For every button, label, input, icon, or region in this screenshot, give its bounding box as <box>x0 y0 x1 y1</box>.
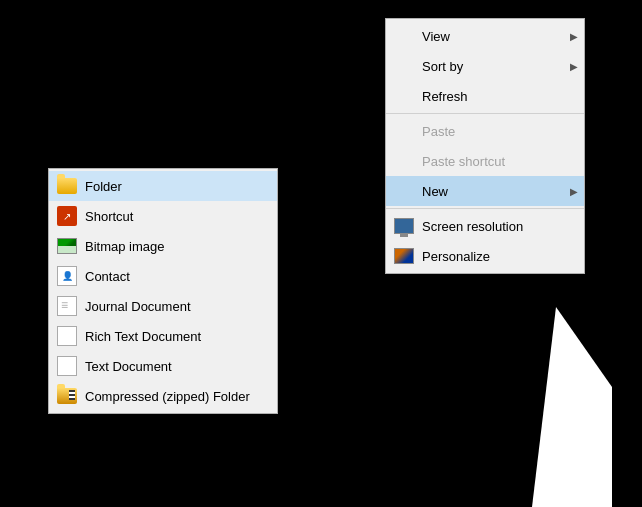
zip-icon-shape <box>57 388 77 404</box>
screen-resolution-icon <box>394 216 414 236</box>
contact-icon-shape: 👤 <box>57 266 77 286</box>
submenu-item-text[interactable]: Text Document <box>49 351 277 381</box>
menu-item-view[interactable]: View ▶ <box>386 21 584 51</box>
menu-item-paste-shortcut[interactable]: Paste shortcut <box>386 146 584 176</box>
personalize-label: Personalize <box>422 249 554 264</box>
folder-icon <box>57 176 77 196</box>
menu-item-personalize[interactable]: Personalize <box>386 241 584 271</box>
view-arrow: ▶ <box>570 31 578 42</box>
submenu-item-folder[interactable]: Folder <box>49 171 277 201</box>
submenu-item-zip[interactable]: Compressed (zipped) Folder <box>49 381 277 411</box>
view-label: View <box>422 29 554 44</box>
contact-label: Contact <box>85 269 247 284</box>
richtext-icon-shape <box>57 326 77 346</box>
paste-icon <box>394 121 414 141</box>
bitmap-icon-shape <box>57 238 77 254</box>
refresh-label: Refresh <box>422 89 554 104</box>
paste-label: Paste <box>422 124 554 139</box>
folder-icon-shape <box>57 178 77 194</box>
journal-icon <box>57 296 77 316</box>
submenu-item-richtext[interactable]: Rich Text Document <box>49 321 277 351</box>
screen-resolution-label: Screen resolution <box>422 219 554 234</box>
contact-icon: 👤 <box>57 266 77 286</box>
shortcut-icon <box>57 206 77 226</box>
shortcut-label: Shortcut <box>85 209 247 224</box>
paste-shortcut-label: Paste shortcut <box>422 154 554 169</box>
separator-1 <box>386 113 584 114</box>
text-doc-label: Text Document <box>85 359 247 374</box>
menu-item-paste[interactable]: Paste <box>386 116 584 146</box>
refresh-icon <box>394 86 414 106</box>
journal-label: Journal Document <box>85 299 247 314</box>
sort-icon <box>394 56 414 76</box>
submenu-item-contact[interactable]: 👤 Contact <box>49 261 277 291</box>
sort-arrow: ▶ <box>570 61 578 72</box>
richtext-icon <box>57 326 77 346</box>
separator-2 <box>386 208 584 209</box>
submenu-item-bitmap[interactable]: Bitmap image <box>49 231 277 261</box>
new-submenu: Folder Shortcut Bitmap image 👤 Contact J… <box>48 168 278 414</box>
journal-icon-shape <box>57 296 77 316</box>
submenu-item-shortcut[interactable]: Shortcut <box>49 201 277 231</box>
sort-label: Sort by <box>422 59 554 74</box>
menu-item-sort-by[interactable]: Sort by ▶ <box>386 51 584 81</box>
personalize-icon-shape <box>394 248 414 264</box>
new-label: New <box>422 184 554 199</box>
bitmap-icon <box>57 236 77 256</box>
zip-icon <box>57 386 77 406</box>
new-icon <box>394 181 414 201</box>
view-icon <box>394 26 414 46</box>
screen-icon-shape <box>394 218 414 234</box>
main-context-menu: View ▶ Sort by ▶ Refresh Paste Paste sho… <box>385 18 585 274</box>
menu-item-refresh[interactable]: Refresh <box>386 81 584 111</box>
text-icon-shape <box>57 356 77 376</box>
paste-shortcut-icon <box>394 151 414 171</box>
personalize-icon <box>394 246 414 266</box>
folder-label: Folder <box>85 179 247 194</box>
bitmap-label: Bitmap image <box>85 239 247 254</box>
zip-label: Compressed (zipped) Folder <box>85 389 250 404</box>
richtext-label: Rich Text Document <box>85 329 247 344</box>
text-doc-icon <box>57 356 77 376</box>
shortcut-icon-shape <box>57 206 77 226</box>
menu-item-new[interactable]: New ▶ <box>386 176 584 206</box>
submenu-item-journal[interactable]: Journal Document <box>49 291 277 321</box>
new-arrow: ▶ <box>570 186 578 197</box>
menu-item-screen-resolution[interactable]: Screen resolution <box>386 211 584 241</box>
